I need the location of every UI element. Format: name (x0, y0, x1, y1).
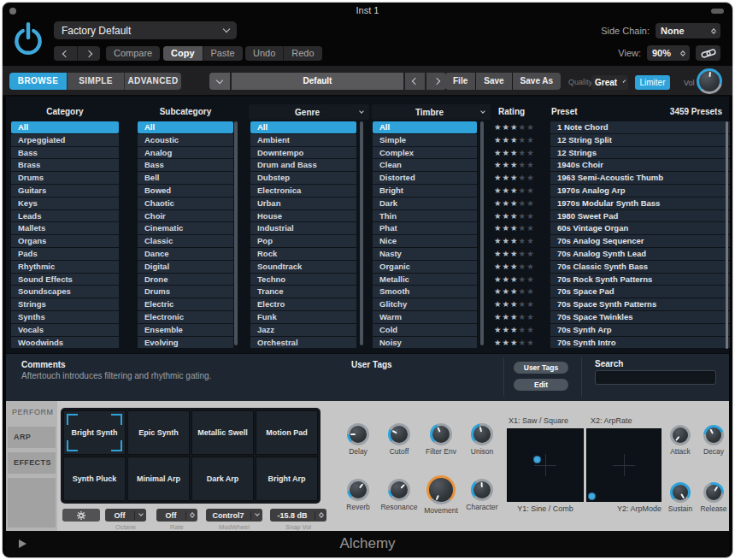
rating-stars[interactable]: ★★★★★ (494, 298, 540, 310)
quality-select[interactable]: Great (591, 75, 628, 90)
rating-stars[interactable]: ★★★★★ (494, 248, 540, 260)
movement-knob[interactable] (426, 475, 456, 504)
list-item[interactable]: Organs (11, 235, 119, 247)
performance-pad[interactable]: Epic Synth (127, 410, 190, 455)
list-item[interactable]: Clean (373, 159, 477, 171)
list-item[interactable]: Electro (250, 298, 356, 310)
preset-name[interactable]: 70s Classic Synth Bass (550, 261, 730, 273)
list-item[interactable]: Electric (138, 298, 233, 310)
preset-name[interactable]: 70s Space Twinkles (550, 311, 730, 323)
preset-name[interactable]: 1963 Semi-Acoustic Thumb (550, 172, 730, 184)
list-item[interactable]: Complex (373, 147, 477, 159)
preset-row[interactable]: ★★★★★70s Space Synth Patterns (494, 298, 730, 310)
rating-stars[interactable]: ★★★★★ (494, 185, 540, 197)
save-button[interactable]: Save (475, 73, 511, 90)
xy2-dot[interactable] (588, 492, 596, 500)
list-item[interactable]: Chaotic (138, 197, 233, 209)
list-item[interactable]: Pop (250, 235, 356, 247)
preset-header[interactable]: Preset (551, 103, 578, 121)
list-item[interactable]: Electronic (138, 311, 233, 323)
list-item[interactable]: Bell (138, 172, 233, 184)
list-item[interactable]: Synths (11, 311, 119, 323)
list-item[interactable]: Dance (138, 248, 233, 260)
list-item[interactable]: Rock (250, 248, 356, 260)
list-item[interactable]: House (250, 210, 356, 222)
list-item[interactable]: Urban (250, 197, 356, 209)
preset-row[interactable]: ★★★★★70s Space Pad (494, 286, 730, 298)
undo-button[interactable]: Undo (245, 46, 283, 61)
list-item[interactable]: Orchestral (250, 337, 356, 349)
list-item[interactable]: Metallic (373, 274, 477, 286)
preset-scrollbar[interactable] (726, 121, 728, 349)
rating-stars[interactable]: ★★★★★ (494, 274, 540, 286)
vol-knob[interactable] (697, 68, 722, 94)
list-item[interactable]: Noisy (373, 337, 477, 349)
preset-row[interactable]: ★★★★★1 Note Chord (494, 121, 730, 133)
preset-name[interactable]: 1970s Analog Arp (550, 185, 730, 197)
list-item[interactable]: Cold (373, 324, 477, 336)
preset-row[interactable]: ★★★★★1963 Semi-Acoustic Thumb (494, 172, 730, 184)
list-item[interactable]: Smooth (373, 286, 477, 298)
rating-stars[interactable]: ★★★★★ (494, 172, 540, 184)
list-item[interactable]: Guitars (11, 185, 119, 197)
filter-env-knob[interactable] (430, 423, 452, 445)
rating-stars[interactable]: ★★★★★ (494, 324, 540, 336)
performance-pad[interactable]: Metallic Swell (191, 410, 254, 455)
list-item[interactable]: Dubstep (250, 172, 356, 184)
performance-pad[interactable]: Bright Synth (63, 410, 126, 455)
resonance-knob[interactable] (388, 479, 410, 501)
compare-button[interactable]: Compare (106, 46, 160, 61)
list-item[interactable]: Keys (11, 197, 119, 209)
sustain-knob[interactable] (670, 482, 691, 503)
list-item[interactable]: Leads (11, 210, 119, 222)
preset-name[interactable]: 1940s Choir (550, 159, 730, 171)
delay-knob[interactable] (347, 423, 369, 445)
rating-header[interactable]: Rating (498, 103, 525, 121)
list-item[interactable]: Jazz (250, 324, 356, 336)
preset-name[interactable]: 60s Vintage Organ (550, 222, 730, 234)
rating-stars[interactable]: ★★★★★ (494, 121, 540, 133)
list-item[interactable]: All (11, 121, 119, 133)
preset-name[interactable]: 1 Note Chord (550, 121, 730, 133)
list-item[interactable]: Drums (11, 172, 119, 184)
prev-preset-button[interactable] (54, 46, 77, 61)
list-item[interactable]: Pads (11, 248, 119, 260)
list-item[interactable]: Cinematic (138, 222, 233, 234)
list-item[interactable]: Bright (373, 185, 477, 197)
sidebar-item-arp[interactable]: ARP (8, 427, 56, 448)
list-item[interactable]: Trance (250, 286, 356, 298)
list-item[interactable]: Funk (250, 311, 356, 323)
preset-row[interactable]: ★★★★★1970s Analog Arp (494, 185, 730, 197)
rating-stars[interactable]: ★★★★★ (494, 147, 540, 159)
timbre-header-dropdown[interactable]: Timbre (372, 104, 491, 120)
list-item[interactable]: Ambient (250, 134, 356, 146)
preset-row[interactable]: ★★★★★70s Classic Synth Bass (494, 261, 730, 273)
xy-pad-1[interactable] (507, 428, 584, 502)
list-item[interactable]: All (373, 121, 477, 133)
list-item[interactable]: Drone (138, 274, 233, 286)
list-item[interactable]: Dark (373, 197, 477, 209)
character-knob[interactable] (471, 479, 493, 501)
limiter-button[interactable]: Limiter (635, 75, 670, 90)
genre-scrollbar[interactable] (360, 121, 363, 345)
preset-row[interactable]: ★★★★★12 String Split (494, 134, 730, 146)
preset-name[interactable]: 70s Rock Synth Patterns (550, 274, 730, 286)
power-icon[interactable] (11, 20, 45, 57)
preset-row[interactable]: ★★★★★60s Vintage Organ (494, 222, 730, 234)
list-item[interactable]: Simple (373, 134, 477, 146)
cutoff-knob[interactable] (388, 423, 410, 445)
list-item[interactable]: Downtempo (250, 147, 356, 159)
list-item[interactable]: Woodwinds (11, 337, 119, 349)
octave-control[interactable]: Off (105, 509, 146, 522)
list-item[interactable]: Analog (138, 147, 233, 159)
rating-stars[interactable]: ★★★★★ (494, 286, 540, 298)
list-item[interactable]: Sound Effects (11, 274, 119, 286)
rating-stars[interactable]: ★★★★★ (494, 159, 540, 171)
rating-stars[interactable]: ★★★★★ (494, 337, 540, 349)
preset-row[interactable]: ★★★★★70s Analog Sequencer (494, 235, 730, 247)
decay-knob[interactable] (703, 425, 724, 445)
preset-name[interactable]: 70s Space Synth Patterns (550, 298, 730, 310)
list-item[interactable]: All (138, 121, 233, 133)
performance-pad[interactable]: Motion Pad (256, 410, 318, 455)
list-item[interactable]: Drums (138, 286, 233, 298)
